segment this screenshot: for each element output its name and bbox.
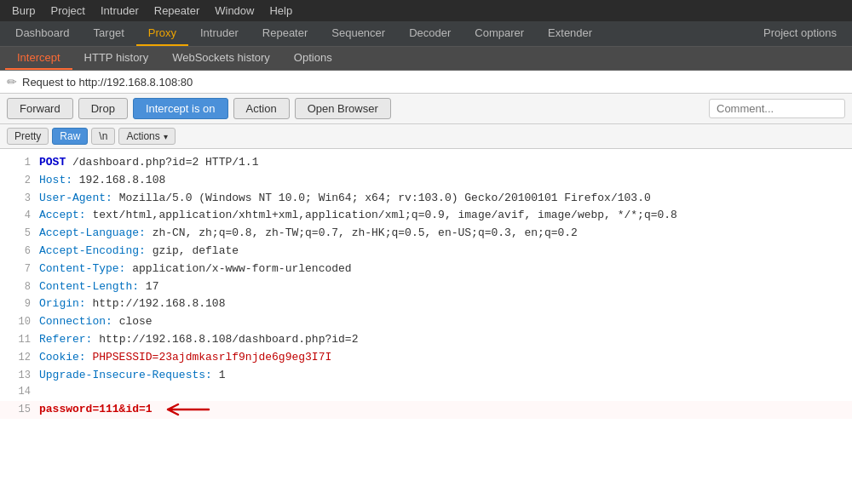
request-line-2: 2Host: 192.168.8.108 xyxy=(0,172,852,190)
request-line-15: 15password=111&id=1 xyxy=(0,401,852,419)
menu-burp[interactable]: Burp xyxy=(5,2,42,20)
line-number: 5 xyxy=(7,226,31,242)
line-number: 4 xyxy=(7,208,31,224)
tab-sequencer[interactable]: Sequencer xyxy=(320,21,397,46)
chevron-down-icon: ▾ xyxy=(164,132,168,141)
newline-button[interactable]: \n xyxy=(91,128,115,145)
tab-proxy[interactable]: Proxy xyxy=(136,21,188,46)
subtab-http-history[interactable]: HTTP history xyxy=(72,47,161,70)
line-number: 13 xyxy=(7,368,31,384)
menu-repeater[interactable]: Repeater xyxy=(147,2,206,20)
line-content: Connection: close xyxy=(39,313,153,331)
forward-button[interactable]: Forward xyxy=(7,98,73,119)
main-nav: Dashboard Target Proxy Intruder Repeater… xyxy=(0,21,852,47)
tab-dashboard[interactable]: Dashboard xyxy=(3,21,82,46)
tab-decoder[interactable]: Decoder xyxy=(397,21,463,46)
request-url: Request to http://192.168.8.108:80 xyxy=(22,76,193,89)
line-number: 9 xyxy=(7,296,31,312)
line-number: 14 xyxy=(7,384,31,400)
line-content: Origin: http://192.168.8.108 xyxy=(39,295,225,313)
request-line-1: 1POST /dashboard.php?id=2 HTTP/1.1 xyxy=(0,154,852,172)
request-content: 1POST /dashboard.php?id=2 HTTP/1.12Host:… xyxy=(0,149,852,504)
line-number: 11 xyxy=(7,332,31,348)
line-number: 7 xyxy=(7,261,31,278)
subtab-options[interactable]: Options xyxy=(282,47,344,70)
line-number: 15 xyxy=(7,402,31,418)
menu-window[interactable]: Window xyxy=(208,2,261,20)
format-bar: Pretty Raw \n Actions ▾ xyxy=(0,124,852,149)
subtab-intercept[interactable]: Intercept xyxy=(5,47,72,70)
raw-button[interactable]: Raw xyxy=(52,128,88,145)
intercept-button[interactable]: Intercept is on xyxy=(133,98,228,119)
url-bar: ✏ Request to http://192.168.8.108:80 xyxy=(0,71,852,94)
line-content: Content-Length: 17 xyxy=(39,278,158,296)
line-content: Accept: text/html,application/xhtml+xml,… xyxy=(39,207,677,225)
toolbar: Forward Drop Intercept is on Action Open… xyxy=(0,94,852,124)
line-content: password=111&id=1 xyxy=(39,401,210,419)
red-arrow-icon xyxy=(159,401,210,418)
line-content: Upgrade-Insecure-Requests: 1 xyxy=(39,367,225,385)
action-button[interactable]: Action xyxy=(233,98,290,119)
line-content: Host: 192.168.8.108 xyxy=(39,172,165,190)
request-line-13: 13Upgrade-Insecure-Requests: 1 xyxy=(0,367,852,385)
tab-comparer[interactable]: Comparer xyxy=(463,21,536,46)
line-number: 1 xyxy=(7,155,31,171)
line-number: 12 xyxy=(7,350,31,366)
line-number: 6 xyxy=(7,243,31,260)
open-browser-button[interactable]: Open Browser xyxy=(295,98,391,119)
tab-intruder[interactable]: Intruder xyxy=(188,21,250,46)
actions-label: Actions xyxy=(126,130,159,142)
line-content: Accept-Encoding: gzip, deflate xyxy=(39,243,239,261)
request-line-5: 5Accept-Language: zh-CN, zh;q=0.8, zh-TW… xyxy=(0,225,852,243)
line-content: Cookie: PHPSESSID=23ajdmkasrlf9njde6g9eg… xyxy=(39,349,331,367)
request-line-7: 7Content-Type: application/x-www-form-ur… xyxy=(0,261,852,278)
request-line-8: 8Content-Length: 17 xyxy=(0,278,852,296)
line-number: 2 xyxy=(7,173,31,189)
request-line-6: 6Accept-Encoding: gzip, deflate xyxy=(0,243,852,261)
request-line-9: 9Origin: http://192.168.8.108 xyxy=(0,295,852,313)
tab-project-options[interactable]: Project options xyxy=(751,21,849,46)
tab-extender[interactable]: Extender xyxy=(536,21,604,46)
line-content: Referer: http://192.168.8.108/dashboard.… xyxy=(39,331,358,349)
tab-target[interactable]: Target xyxy=(82,21,136,46)
tab-repeater[interactable]: Repeater xyxy=(250,21,320,46)
line-number: 3 xyxy=(7,191,31,207)
line-number: 10 xyxy=(7,314,31,330)
pretty-button[interactable]: Pretty xyxy=(7,128,49,145)
line-content: Content-Type: application/x-www-form-url… xyxy=(39,261,352,278)
actions-dropdown[interactable]: Actions ▾ xyxy=(118,128,175,145)
line-content: User-Agent: Mozilla/5.0 (Windows NT 10.0… xyxy=(39,190,651,208)
line-content: Accept-Language: zh-CN, zh;q=0.8, zh-TW;… xyxy=(39,225,578,243)
request-line-4: 4Accept: text/html,application/xhtml+xml… xyxy=(0,207,852,225)
request-line-12: 12Cookie: PHPSESSID=23ajdmkasrlf9njde6g9… xyxy=(0,349,852,367)
request-line-11: 11Referer: http://192.168.8.108/dashboar… xyxy=(0,331,852,349)
drop-button[interactable]: Drop xyxy=(78,98,128,119)
menu-bar: Burp Project Intruder Repeater Window He… xyxy=(0,0,852,21)
request-line-14: 14 xyxy=(0,384,852,400)
request-line-10: 10Connection: close xyxy=(0,313,852,331)
menu-project[interactable]: Project xyxy=(43,2,91,20)
sub-nav: Intercept HTTP history WebSockets histor… xyxy=(0,47,852,71)
request-line-3: 3User-Agent: Mozilla/5.0 (Windows NT 10.… xyxy=(0,190,852,208)
edit-icon: ✏ xyxy=(7,75,17,89)
menu-intruder[interactable]: Intruder xyxy=(94,2,146,20)
line-content: POST /dashboard.php?id=2 HTTP/1.1 xyxy=(39,154,258,172)
comment-input[interactable] xyxy=(709,99,845,118)
subtab-websockets-history[interactable]: WebSockets history xyxy=(160,47,282,70)
menu-help[interactable]: Help xyxy=(262,2,299,20)
line-number: 8 xyxy=(7,279,31,295)
